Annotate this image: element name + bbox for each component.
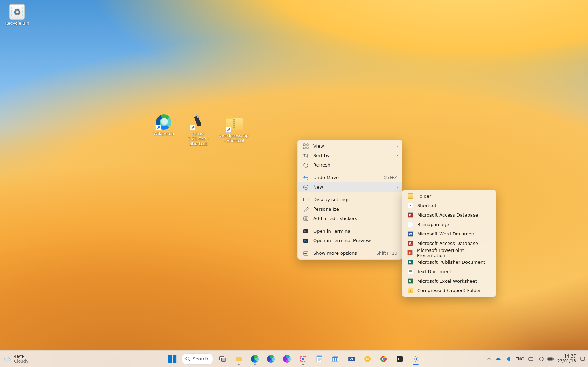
terminal-icon	[303, 228, 309, 234]
menu-item-stickers[interactable]: Add or edit stickers	[298, 214, 402, 223]
menu-item-show-more-options[interactable]: Show more options Shift+F10	[298, 248, 402, 258]
access-icon: A	[408, 212, 413, 218]
taskbar-edge-beta[interactable]	[264, 352, 278, 366]
sort-icon	[303, 153, 309, 159]
tray-language[interactable]: ENG	[515, 357, 524, 361]
desktop-icon-rufus[interactable]: ↗ rufus-3.21.exe - Shortcut	[185, 114, 212, 146]
chrome-icon	[379, 355, 388, 363]
excel-icon: X	[408, 278, 413, 284]
terminal-preview-icon	[303, 238, 309, 244]
submenu-item-shortcut[interactable]: ↗Shortcut	[402, 201, 496, 210]
taskbar-task-view[interactable]	[216, 352, 230, 366]
svg-rect-20	[317, 356, 322, 357]
menu-item-label: Undo Move	[313, 175, 339, 180]
menu-item-undo-move[interactable]: Undo Move Ctrl+Z	[298, 173, 402, 182]
taskbar-weather-widget[interactable]: 49°F Cloudy	[4, 354, 28, 364]
taskbar-file-explorer[interactable]	[232, 352, 246, 366]
tray-overflow-chevron[interactable]	[486, 356, 492, 362]
taskbar-search[interactable]: Search	[181, 353, 214, 365]
submenu-item-label: Microsoft Access Database	[417, 241, 478, 246]
notepad-icon	[315, 355, 323, 363]
edge-canary-icon	[283, 355, 291, 363]
submenu-item-label: Text Document	[417, 269, 451, 274]
tray-network-icon[interactable]	[528, 356, 534, 362]
submenu-item-label: Microsoft Excel Worksheet	[417, 278, 477, 284]
desktop-icon-recycle-bin[interactable]: Recycle Bin	[4, 3, 31, 26]
desktop-icon-wikipedia[interactable]: ↗ Wikipedia	[150, 114, 177, 136]
edge-beta-icon	[267, 355, 275, 363]
terminal-icon	[396, 355, 404, 363]
task-view-icon	[218, 355, 227, 363]
taskbar-snipping-tool[interactable]	[296, 352, 310, 366]
svg-rect-36	[548, 358, 552, 360]
svg-point-13	[306, 253, 306, 254]
menu-item-display-settings[interactable]: Display settings	[298, 195, 402, 204]
tray-clock[interactable]: 14:37 23/01/13	[557, 354, 576, 364]
svg-rect-1	[307, 144, 308, 146]
shortcut-arrow-icon: ↗	[155, 125, 161, 130]
submenu-item-text[interactable]: Text Document	[402, 267, 496, 276]
desktop-context-menu: View › Sort by › Refresh Undo Move Ctrl+…	[298, 140, 402, 260]
menu-item-label: Personalize	[313, 206, 339, 212]
tray-volume-icon[interactable]	[538, 356, 544, 362]
menu-separator	[298, 247, 402, 247]
submenu-item-folder[interactable]: Folder	[402, 191, 496, 201]
desktop-icon-wordpress-zip[interactable]: ↗ wordpress.zip - Shortcut	[220, 116, 248, 143]
svg-rect-5	[304, 198, 308, 201]
taskbar-edge[interactable]	[248, 352, 262, 366]
svg-text:W: W	[349, 357, 354, 361]
menu-item-open-terminal-preview[interactable]: Open in Terminal Preview	[298, 236, 402, 245]
grid-icon	[303, 143, 309, 149]
taskbar-settings[interactable]	[409, 352, 423, 366]
svg-rect-38	[581, 357, 585, 360]
menu-item-label: Sort by	[313, 153, 330, 158]
menu-item-personalize[interactable]: Personalize	[298, 204, 402, 214]
start-button[interactable]	[165, 352, 179, 366]
submenu-item-access[interactable]: AMicrosoft Access Database	[402, 210, 496, 220]
calendar-icon: 13	[331, 355, 340, 363]
submenu-item-word[interactable]: WMicrosoft Word Document	[402, 229, 496, 239]
folder-icon	[234, 355, 243, 363]
taskbar-calendar[interactable]: 13	[328, 352, 342, 366]
menu-separator	[298, 171, 402, 171]
svg-point-12	[305, 253, 306, 254]
menu-item-shortcut: Shift+F10	[376, 251, 397, 256]
weather-temp: 49°F	[14, 354, 28, 359]
menu-item-sort-by[interactable]: Sort by ›	[298, 151, 402, 160]
menu-item-label: Open in Terminal Preview	[313, 238, 371, 243]
menu-item-label: Open in Terminal	[313, 228, 352, 234]
shortcut-icon: ↗	[408, 203, 413, 208]
tray-bluetooth-icon[interactable]	[505, 356, 512, 362]
menu-item-new[interactable]: New ›	[298, 182, 402, 192]
menu-item-view[interactable]: View ›	[298, 141, 402, 151]
submenu-item-label: Microsoft PowerPoint Presentation	[417, 248, 489, 258]
shortcut-arrow-icon: ↗	[190, 125, 196, 130]
taskbar-chrome-canary[interactable]	[360, 352, 374, 366]
submenu-item-compressed-folder[interactable]: Compressed (zipped) Folder	[402, 286, 496, 295]
new-icon	[303, 184, 309, 190]
tray-notifications-icon[interactable]	[580, 356, 586, 362]
svg-text:13: 13	[333, 358, 338, 361]
menu-item-label: Add or edit stickers	[313, 216, 357, 221]
tray-onedrive-icon[interactable]	[496, 356, 502, 362]
taskbar-edge-canary[interactable]	[280, 352, 294, 366]
menu-item-refresh[interactable]: Refresh	[298, 160, 402, 170]
menu-item-label: New	[313, 184, 323, 190]
submenu-item-excel[interactable]: XMicrosoft Excel Worksheet	[402, 276, 496, 286]
desktop-icon-label: Wikipedia	[153, 131, 175, 136]
submenu-item-bitmap[interactable]: Bitmap image	[402, 220, 496, 229]
submenu-item-access-2[interactable]: AMicrosoft Access Database	[402, 239, 496, 248]
taskbar-word[interactable]: W	[344, 352, 358, 366]
bitmap-icon	[408, 222, 413, 227]
submenu-item-powerpoint[interactable]: PMicrosoft PowerPoint Presentation	[402, 248, 496, 257]
menu-item-open-terminal[interactable]: Open in Terminal	[298, 226, 402, 236]
taskbar-chrome[interactable]	[377, 352, 391, 366]
snipping-tool-icon	[299, 355, 307, 363]
tray-battery-icon[interactable]	[547, 356, 554, 362]
taskbar-terminal[interactable]	[393, 352, 407, 366]
taskbar-notepad[interactable]	[312, 352, 326, 366]
display-icon	[303, 197, 309, 203]
submenu-item-publisher[interactable]: PMicrosoft Publisher Document	[402, 257, 496, 267]
svg-point-7	[305, 218, 306, 218]
submenu-item-label: Shortcut	[417, 203, 436, 208]
